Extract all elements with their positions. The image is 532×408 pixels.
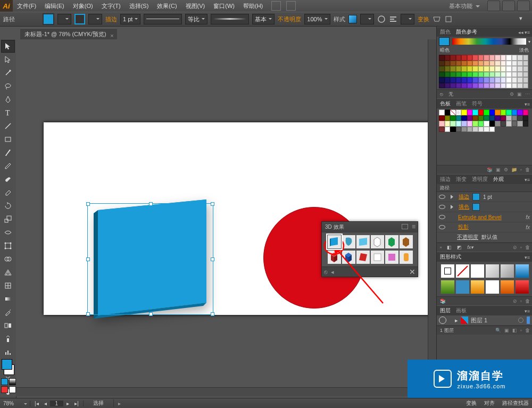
color-cell[interactable]	[517, 55, 523, 61]
color-cell[interactable]	[495, 77, 501, 83]
swatch-cell[interactable]	[456, 115, 462, 121]
3d-style-9[interactable]	[356, 250, 370, 264]
3d-style-7[interactable]	[327, 250, 342, 264]
color-cell[interactable]	[489, 72, 495, 78]
status-transform[interactable]: 变换	[466, 399, 477, 407]
lasso-tool[interactable]	[1, 80, 15, 93]
shadow-effect-link[interactable]: 投影	[458, 223, 469, 231]
status-align[interactable]: 对齐	[484, 399, 495, 407]
color-cell[interactable]	[472, 77, 478, 83]
delete-layer-icon[interactable]: 🗑	[525, 328, 530, 333]
color-cell[interactable]	[489, 83, 495, 89]
color-cell[interactable]	[489, 61, 495, 66]
layer-name[interactable]: 图层 1	[471, 317, 487, 324]
handle-sw[interactable]	[86, 312, 90, 316]
menu-file[interactable]: 文件(F)	[13, 0, 40, 12]
panel-link-icon[interactable]: ⎋	[324, 269, 328, 275]
stroke-dash1[interactable]	[144, 14, 182, 24]
menu-effect[interactable]: 效果(C)	[153, 0, 181, 12]
gs-12[interactable]	[515, 280, 529, 294]
panel-menu-icon[interactable]: ▾≡	[525, 177, 530, 182]
tab-swatches[interactable]: 色板	[440, 100, 451, 107]
handle-nw[interactable]	[86, 202, 90, 206]
swatch-cell[interactable]	[467, 127, 473, 132]
swatch-cell[interactable]	[484, 110, 489, 115]
extrude-effect-link[interactable]: Extrude and Bevel	[458, 214, 502, 220]
color-cell[interactable]	[523, 72, 529, 78]
panel-close-icon[interactable]: ✕	[409, 268, 415, 276]
color-cell[interactable]	[495, 66, 501, 72]
swatch-cell[interactable]	[439, 127, 445, 132]
color-cell[interactable]	[506, 55, 512, 61]
swatch-cell[interactable]	[517, 110, 523, 115]
swatch-cell[interactable]	[495, 115, 501, 121]
layout-icon[interactable]	[271, 1, 281, 11]
graphic-style-chip[interactable]	[348, 15, 357, 23]
color-cell[interactable]	[461, 77, 467, 83]
3d-style-4[interactable]	[370, 235, 385, 249]
fill-chip[interactable]	[472, 203, 480, 211]
color-cell[interactable]	[467, 61, 473, 66]
3d-style-1[interactable]	[327, 235, 342, 249]
pen-tool[interactable]	[1, 93, 15, 106]
color-cell[interactable]	[439, 66, 445, 72]
swatch-cell[interactable]	[478, 110, 484, 115]
new-sublayer-icon[interactable]: ◧	[512, 328, 517, 333]
swatch-cell[interactable]	[489, 115, 495, 121]
3d-style-3[interactable]	[356, 235, 370, 249]
color-cell[interactable]	[512, 83, 518, 89]
color-cell[interactable]	[517, 77, 523, 83]
color-cell[interactable]	[439, 61, 445, 66]
3d-style-6[interactable]	[399, 235, 413, 249]
gs-9[interactable]	[470, 280, 485, 294]
visibility-icon[interactable]	[439, 224, 445, 230]
fx-indicator-icon[interactable]: fx	[526, 214, 530, 220]
opacity-link[interactable]: 不透明度	[457, 234, 478, 241]
add-stroke-icon[interactable]: ◧	[447, 245, 452, 250]
color-cell[interactable]	[501, 72, 506, 78]
color-cell[interactable]	[467, 66, 473, 72]
stroke-chip[interactable]	[472, 193, 480, 201]
3d-style-8[interactable]	[342, 250, 356, 264]
horizontal-scrollbar[interactable]	[16, 387, 428, 396]
styles-library-icon[interactable]: 📚	[440, 298, 446, 304]
selection-tool[interactable]	[1, 40, 15, 53]
swatch-cell[interactable]	[489, 110, 495, 115]
symbol-sprayer-tool[interactable]	[1, 332, 15, 345]
clear-icon[interactable]: ⊘	[513, 245, 517, 250]
color-guide-grid[interactable]	[439, 55, 530, 88]
rectangle-tool[interactable]	[1, 133, 15, 146]
expand-icon[interactable]	[451, 195, 455, 199]
color-cell[interactable]	[484, 66, 489, 72]
swatch-cell[interactable]	[445, 110, 451, 115]
color-cell[interactable]	[478, 55, 484, 61]
swatch-cell[interactable]	[484, 127, 489, 132]
gradient-tool[interactable]	[1, 293, 15, 305]
color-cell[interactable]	[484, 61, 489, 66]
appearance-row-stroke[interactable]: 描边 1 pt	[437, 192, 532, 202]
gs-default[interactable]	[440, 264, 455, 278]
arrange-icon[interactable]	[286, 1, 296, 11]
tab-artboards[interactable]: 画板	[456, 307, 467, 314]
hue-ramp[interactable]	[452, 38, 526, 45]
swatch-cell[interactable]	[461, 115, 467, 121]
appearance-row-shadow[interactable]: 投影 fx	[437, 222, 532, 232]
menu-window[interactable]: 窗口(W)	[209, 0, 239, 12]
panel-menu-icon[interactable]: ▾≡	[525, 255, 530, 260]
color-cell[interactable]	[450, 66, 456, 72]
color-cell[interactable]	[439, 72, 445, 78]
tab-symbols[interactable]: 符号	[472, 100, 483, 107]
pencil-tool[interactable]	[1, 160, 15, 172]
edit-colors-icon[interactable]: ⚙	[510, 91, 514, 97]
panel-nav-icon[interactable]: ◂	[331, 269, 334, 276]
color-cell[interactable]	[489, 55, 495, 61]
gs-8[interactable]	[455, 280, 470, 294]
swatch-cell[interactable]	[512, 121, 518, 127]
appearance-row-fill[interactable]: 填色	[437, 202, 532, 212]
stroke-weight-field[interactable]: 1 pt	[120, 14, 140, 24]
stroke-profile1[interactable]: 等比	[185, 14, 207, 24]
next-page-icon[interactable]: ▸	[64, 401, 71, 406]
menu-type[interactable]: 文字(T)	[97, 0, 125, 12]
tab-stroke[interactable]: 描边	[440, 176, 451, 183]
color-cell[interactable]	[495, 72, 501, 78]
